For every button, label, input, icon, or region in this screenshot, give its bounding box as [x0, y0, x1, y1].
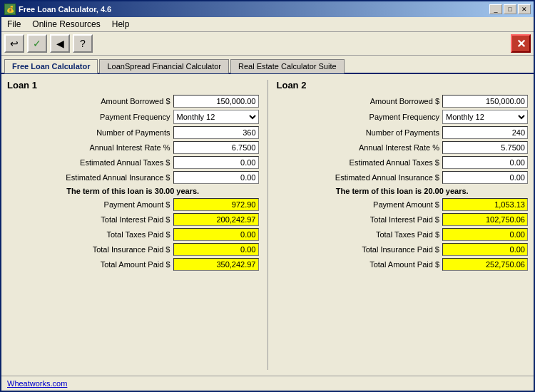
loan1-frequency-row: Payment Frequency Monthly 12 Biweekly 26… [7, 110, 259, 124]
loan2-amount-label: Amount Borrowed $ [370, 97, 439, 105]
loan1-total-insurance-row: Total Insurance Paid $ 0.00 [7, 243, 259, 256]
menu-online-resources[interactable]: Online Resources [29, 19, 103, 30]
loan1-insurance-input[interactable] [173, 171, 259, 184]
loan1-total-amount-label: Total Amount Paid $ [101, 260, 170, 269]
loan2-insurance-label: Estimated Annual Insurance $ [335, 173, 439, 182]
tab-free-loan-calculator[interactable]: Free Loan Calculator [4, 59, 98, 73]
loan2-total-interest-output: 102,750.06 [442, 213, 528, 226]
loan2-total-insurance-row: Total Insurance Paid $ 0.00 [277, 243, 529, 256]
loan2-total-amount-label: Total Amount Paid $ [370, 260, 439, 269]
loan1-taxes-input[interactable] [173, 156, 259, 169]
loan2-numpay-row: Number of Payments [277, 126, 529, 139]
toolbar-check-button[interactable]: ✓ [27, 34, 47, 53]
loan2-total-amount-output: 252,750.06 [442, 258, 528, 271]
loan1-taxes-row: Estimated Annual Taxes $ [7, 156, 259, 169]
loan2-total-taxes-output: 0.00 [442, 228, 528, 241]
footer-link[interactable]: Wheatworks.com [7, 379, 67, 388]
loan2-taxes-input[interactable] [442, 156, 528, 169]
loan1-amount-input[interactable] [173, 95, 259, 108]
loan2-panel: Loan 2 Amount Borrowed $ Payment Frequen… [277, 80, 529, 370]
tab-loanspread[interactable]: LoanSpread Financial Calculator [99, 59, 229, 73]
title-bar: 💰 Free Loan Calculator, 4.6 _ □ ✕ [1, 1, 534, 17]
loan1-frequency-label: Payment Frequency [100, 113, 170, 121]
loan1-interest-input[interactable] [173, 141, 259, 154]
loan1-interest-row: Annual Interest Rate % [7, 141, 259, 154]
loan2-total-insurance-output: 0.00 [442, 243, 528, 256]
loan2-taxes-label: Estimated Annual Taxes $ [350, 158, 439, 167]
loan1-total-amount-row: Total Amount Paid $ 350,242.97 [7, 258, 259, 271]
loan1-total-interest-output: 200,242.97 [173, 213, 259, 226]
loan1-total-insurance-label: Total Insurance Paid $ [93, 245, 170, 254]
loan1-term-text: The term of this loan is 30.00 years. [7, 187, 259, 195]
loan1-total-interest-label: Total Interest Paid $ [101, 215, 170, 224]
loan1-frequency-select[interactable]: Monthly 12 Biweekly 26 Weekly 52 [173, 110, 259, 124]
toolbar-help-button[interactable]: ? [73, 34, 93, 53]
loan2-taxes-row: Estimated Annual Taxes $ [277, 156, 529, 169]
loan2-interest-label: Annual Interest Rate % [359, 143, 439, 152]
loan2-frequency-select[interactable]: Monthly 12 Biweekly 26 Weekly 52 [442, 110, 528, 124]
loan2-insurance-input[interactable] [442, 171, 528, 184]
main-window: 💰 Free Loan Calculator, 4.6 _ □ ✕ File O… [0, 0, 535, 392]
loan1-total-taxes-row: Total Taxes Paid $ 0.00 [7, 228, 259, 241]
loan1-numpay-label: Number of Payments [96, 128, 170, 137]
loan2-term-text: The term of this loan is 20.00 years. [277, 187, 529, 195]
toolbar-prev-button[interactable]: ◀ [50, 34, 70, 53]
footer: Wheatworks.com [1, 376, 534, 391]
loan2-total-amount-row: Total Amount Paid $ 252,750.06 [277, 258, 529, 271]
menu-help[interactable]: Help [109, 19, 133, 30]
loan1-amount-label: Amount Borrowed $ [101, 97, 170, 105]
loan1-interest-label: Annual Interest Rate % [89, 143, 170, 152]
tab-bar: Free Loan Calculator LoanSpread Financia… [1, 56, 534, 74]
main-content: Loan 1 Amount Borrowed $ Payment Frequen… [1, 74, 534, 376]
loan2-numpay-input[interactable] [442, 126, 528, 139]
loan2-total-interest-label: Total Interest Paid $ [370, 215, 439, 224]
app-icon: 💰 [4, 4, 16, 15]
loan1-insurance-label: Estimated Annual Insurance $ [66, 173, 170, 182]
loan1-title: Loan 1 [7, 80, 259, 91]
loan1-payment-label: Payment Amount $ [104, 200, 170, 209]
loan1-total-interest-row: Total Interest Paid $ 200,242.97 [7, 213, 259, 226]
loan2-title: Loan 2 [277, 80, 529, 91]
loan2-total-taxes-label: Total Taxes Paid $ [376, 230, 439, 239]
loan2-payment-output: 1,053.13 [442, 198, 528, 211]
loan2-frequency-label: Payment Frequency [370, 113, 439, 121]
loan1-payment-row: Payment Amount $ 972.90 [7, 198, 259, 211]
menu-bar: File Online Resources Help [1, 17, 534, 32]
loan1-total-taxes-output: 0.00 [173, 228, 259, 241]
loan1-amount-row: Amount Borrowed $ [7, 95, 259, 108]
toolbar-back-button[interactable]: ↩ [4, 34, 24, 53]
loan1-insurance-row: Estimated Annual Insurance $ [7, 171, 259, 184]
loan2-numpay-label: Number of Payments [366, 128, 439, 137]
menu-file[interactable]: File [4, 19, 24, 30]
loan1-numpay-row: Number of Payments [7, 126, 259, 139]
loan2-interest-row: Annual Interest Rate % [277, 141, 529, 154]
loan2-frequency-row: Payment Frequency Monthly 12 Biweekly 26… [277, 110, 529, 124]
loan2-insurance-row: Estimated Annual Insurance $ [277, 171, 529, 184]
window-title: Free Loan Calculator, 4.6 [19, 5, 111, 14]
maximize-button[interactable]: □ [504, 4, 516, 14]
loan1-numpay-input[interactable] [173, 126, 259, 139]
loan2-amount-input[interactable] [442, 95, 528, 108]
title-buttons: _ □ ✕ [489, 4, 531, 14]
loan1-payment-output: 972.90 [173, 198, 259, 211]
panel-divider [268, 80, 268, 370]
close-button[interactable]: ✕ [518, 4, 531, 14]
loan2-total-taxes-row: Total Taxes Paid $ 0.00 [277, 228, 529, 241]
loan1-panel: Loan 1 Amount Borrowed $ Payment Frequen… [7, 80, 259, 370]
loan2-payment-row: Payment Amount $ 1,053.13 [277, 198, 529, 211]
loan1-total-amount-output: 350,242.97 [173, 258, 259, 271]
loan1-total-insurance-output: 0.00 [173, 243, 259, 256]
toolbar-close-button[interactable]: ✕ [511, 34, 531, 53]
loan2-amount-row: Amount Borrowed $ [277, 95, 529, 108]
loan1-taxes-label: Estimated Annual Taxes $ [80, 158, 170, 167]
loans-container: Loan 1 Amount Borrowed $ Payment Frequen… [7, 80, 528, 370]
loan2-interest-input[interactable] [442, 141, 528, 154]
title-bar-left: 💰 Free Loan Calculator, 4.6 [4, 4, 111, 15]
loan2-total-insurance-label: Total Insurance Paid $ [362, 245, 439, 254]
loan2-total-interest-row: Total Interest Paid $ 102,750.06 [277, 213, 529, 226]
toolbar: ↩ ✓ ◀ ? ✕ [1, 32, 534, 56]
loan1-total-taxes-label: Total Taxes Paid $ [106, 230, 170, 239]
loan2-payment-label: Payment Amount $ [373, 200, 439, 209]
minimize-button[interactable]: _ [489, 4, 502, 14]
tab-real-estate[interactable]: Real Estate Calculator Suite [230, 59, 345, 73]
